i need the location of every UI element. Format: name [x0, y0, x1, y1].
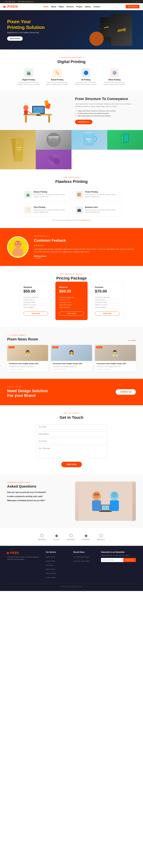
footer-news-link-1[interactable]: Fermentum metu fringilla	[74, 556, 89, 558]
structure-cta-button[interactable]: MORE DETAIL	[75, 120, 92, 124]
footer-link-3: 3D Printing	[46, 563, 68, 566]
testimonial-avatar	[7, 236, 29, 258]
top-bar-right: f t in li	[132, 1, 139, 2]
service-banner-content: Banner Printing Euia acinia accum sit am…	[34, 191, 67, 197]
svg-line-10	[28, 111, 31, 114]
feature-digital-label: Digital Printing	[22, 79, 35, 81]
section-pricing-label: Affordable Price	[7, 273, 136, 275]
faq-question-2[interactable]: Is white considered a printing color cod…	[7, 495, 68, 497]
feature-digital: 🖨️ Digital Printing Euia acinia accum si…	[17, 68, 40, 85]
footer-service-link-3[interactable]: 3D Printing	[46, 564, 53, 566]
structure-list-item: Professionally printed and applied templ…	[75, 112, 136, 115]
digital-printing-title: Digital Printing	[7, 60, 136, 64]
footer-news-col: Recent News Fermentum metu fringilla Fer…	[74, 551, 96, 580]
nav-pages[interactable]: Pages	[59, 6, 64, 8]
hero-subtitle: Magnificence in the realistic internet a…	[7, 32, 136, 34]
partner-name-5: MENDEZ	[97, 539, 105, 540]
cta-button[interactable]: CONTACT US	[116, 389, 136, 395]
nav-contact[interactable]: Contact	[93, 6, 100, 8]
newsroom-title: Pixen News Room	[7, 337, 38, 341]
premium-cta-button[interactable]: BOOK NOW	[95, 311, 120, 316]
footer-copyright: © 2021 Pixen. All Rights Reserved.	[7, 583, 136, 587]
contact-name-input[interactable]	[36, 424, 107, 430]
footer-service-link-1[interactable]: Digital Printing	[46, 556, 55, 558]
services-grid: 🖨️ Banner Printing Euia acinia accum sit…	[22, 188, 121, 216]
footer-service-link-6[interactable]: Poster Printing	[46, 577, 55, 578]
faq-item-3: What types of Drawing Service do you off…	[7, 500, 68, 501]
footer-link-1: Digital Printing	[46, 555, 68, 558]
partner-mendez-4: ⬡ MENDEZ	[97, 533, 105, 540]
top-bar-left: +1 (0) 386 4030 admin@example.com	[4, 1, 33, 2]
pricing-premium: Premium $70.00 Consectetur adipiscing Pr…	[91, 282, 123, 320]
feature-offset-desc: Euia acinia accum sit amet nibh eleifend…	[103, 82, 126, 85]
news-title-1: Fermentum metu fringilla semper nibh	[9, 363, 46, 365]
business-cta-button[interactable]: BOOK NOW	[59, 311, 84, 316]
svg-rect-2	[48, 115, 50, 123]
contact-submit-button[interactable]: SEND NOW	[61, 462, 82, 467]
service-poster-desc: Euia acinia accum sit amet nibh eleifend…	[85, 194, 119, 197]
faq-image	[75, 482, 136, 521]
instagram-icon[interactable]: in	[136, 1, 137, 2]
svg-text:STYLE: STYLE	[17, 147, 22, 148]
newsletter-email-input[interactable]	[101, 558, 123, 562]
standard-feat-4: Offset print services	[23, 304, 48, 306]
service-banner: 🖨️ Banner Printing Euia acinia accum sit…	[22, 188, 70, 201]
newsroom-section: Latest News Pixen News Room ALL NEWS 👨‍💼…	[0, 327, 143, 379]
features-grid: 🖨️ Digital Printing Euia acinia accum si…	[7, 68, 136, 85]
services-note-link[interactable]: printing service	[81, 219, 91, 221]
news-card-2: 👩‍💼 NEWS Fermentum metu fringilla semper…	[51, 345, 92, 372]
services-title: Flawless Printing	[7, 179, 136, 184]
hero-title: Pixen Your Printing Solution	[7, 19, 136, 30]
footer-service-link-4[interactable]: Offset Printing	[46, 568, 55, 570]
facebook-icon[interactable]: f	[132, 1, 133, 2]
hero-cta-button[interactable]: READ MORE	[7, 36, 23, 41]
contact-email-input[interactable]	[36, 431, 107, 437]
feature-3d: 🔵 3d Printing Euia acinia accum sit amet…	[74, 68, 97, 85]
twitter-icon[interactable]: t	[134, 1, 135, 2]
nav-right: GET QUOTE	[126, 5, 139, 8]
footer-news-link-2[interactable]: Fermentum metu fringilla	[74, 560, 89, 562]
standard-cta-button[interactable]: BOOK NOW	[23, 311, 48, 316]
premium-feat-3: Quality print media	[95, 301, 120, 304]
nav-services[interactable]: Services	[66, 6, 74, 8]
newsroom-see-all[interactable]: ALL NEWS	[128, 340, 136, 341]
premium-feat-4: Offset print services	[95, 304, 120, 306]
nav-home[interactable]: Home	[44, 6, 49, 8]
newsroom-label: Latest News	[7, 334, 136, 336]
structure-list: Pages with elastic solutions continuous …	[75, 110, 136, 117]
svg-point-39	[19, 243, 20, 244]
standard-feat-3: Quality print media	[23, 301, 48, 304]
contact-message-input[interactable]	[36, 445, 107, 458]
site-logo: ▶ PIXEN	[4, 5, 18, 8]
testimonial-role: Ui Designer	[34, 257, 136, 259]
svg-rect-49	[110, 500, 119, 511]
faq-question-1[interactable]: How can I get my print job once it is fi…	[7, 491, 68, 493]
footer-brand-text: Lorem ipsum dolor sit amet consectetur a…	[7, 556, 40, 561]
standard-feat-5: Expert designing	[23, 306, 48, 309]
service-bizcard-label: Business Card	[85, 206, 119, 208]
footer-service-link-5[interactable]: Banner Printing	[46, 572, 56, 574]
partner-icon-1: ⬡	[40, 533, 44, 538]
partner-icon-3: ⬡	[69, 533, 73, 538]
testimonial-title: Customer Feeback	[34, 239, 136, 243]
service-bizcard: 💼 Business Card Euia acinia accum sit am…	[73, 204, 121, 216]
faq-item-1: How can I get my print job once it is fi…	[7, 491, 68, 493]
offset-icon: ⚙️	[110, 68, 119, 78]
pricing-section: Affordable Price Pricing Package Standar…	[0, 266, 143, 327]
cta-text: ONLINE SUPPORT Need Design Solution For …	[7, 386, 48, 398]
nav-gallery[interactable]: Gallery	[85, 6, 91, 8]
footer-service-link-2[interactable]: Brand Printing	[46, 560, 55, 562]
faq-question-3[interactable]: What types of Drawing Service do you off…	[7, 500, 68, 501]
nav-project[interactable]: Project	[76, 6, 82, 8]
digital-icon: 🖨️	[24, 68, 33, 78]
contact-phone-input[interactable]	[36, 438, 107, 444]
nav-about[interactable]: About	[51, 6, 56, 8]
linkedin-icon[interactable]: li	[139, 1, 139, 2]
footer-services-list: Digital Printing Brand Printing 3D Print…	[46, 555, 68, 579]
hero-content: Pixen Your Printing Solution Magnificenc…	[7, 19, 136, 40]
business-name: Business	[59, 286, 84, 288]
partner-name-3: MENDEZ	[67, 539, 75, 540]
newsletter-submit-button[interactable]: SUBSCRIBE	[123, 558, 136, 562]
nav-quote-button[interactable]: GET QUOTE	[126, 5, 139, 8]
news-grid: 👨‍💼 NEWS Fermentum metu fringilla semper…	[7, 345, 136, 372]
